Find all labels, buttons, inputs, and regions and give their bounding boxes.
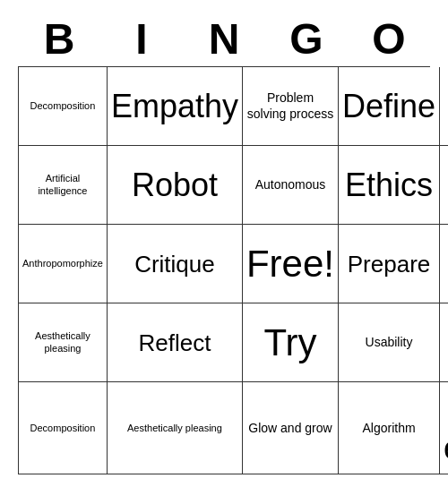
cell-r3-c3: Usability [339, 303, 440, 382]
cell-r4-c4: Tech ethics [440, 382, 448, 474]
cell-r2-c0: Anthropomorphize [19, 225, 108, 303]
cell-r4-c1: Aesthetically pleasing [108, 382, 243, 474]
header-letter-B: B [18, 13, 100, 67]
header-letter-N: N [183, 13, 265, 67]
header-letter-I: I [100, 13, 183, 67]
cell-r2-c3: Prepare [339, 225, 440, 303]
bingo-grid: DecompositionEmpathyProblem solving proc… [18, 66, 430, 474]
cell-r4-c2: Glow and grow [243, 382, 339, 474]
cell-r3-c2: Try [243, 303, 339, 382]
cell-r2-c2: Free! [243, 225, 339, 303]
cell-r2-c4: Algorithm [440, 225, 448, 303]
bingo-card: BINGO DecompositionEmpathyProblem solvin… [9, 4, 439, 484]
cell-r4-c0: Decomposition [19, 382, 108, 474]
cell-r3-c4: Prepare [440, 303, 448, 382]
cell-r1-c3: Ethics [339, 146, 440, 225]
bingo-header: BINGO [18, 13, 430, 67]
cell-r0-c4: Usability [440, 67, 448, 146]
cell-r1-c0: Artificial intelligence [19, 146, 108, 225]
cell-r3-c1: Reflect [108, 303, 243, 382]
cell-r1-c1: Robot [108, 146, 243, 225]
cell-r0-c3: Define [339, 67, 440, 146]
header-letter-O: O [348, 13, 430, 67]
cell-r0-c1: Empathy [108, 67, 243, 146]
cell-r0-c2: Problem solving process [243, 67, 339, 146]
cell-r4-c3: Algorithm [339, 382, 440, 474]
cell-r1-c4: Artificial intelligence [440, 146, 448, 225]
cell-r0-c0: Decomposition [19, 67, 108, 146]
cell-r3-c0: Aesthetically pleasing [19, 303, 108, 382]
cell-r1-c2: Autonomous [243, 146, 339, 225]
cell-r2-c1: Critique [108, 225, 243, 303]
header-letter-G: G [265, 13, 348, 67]
